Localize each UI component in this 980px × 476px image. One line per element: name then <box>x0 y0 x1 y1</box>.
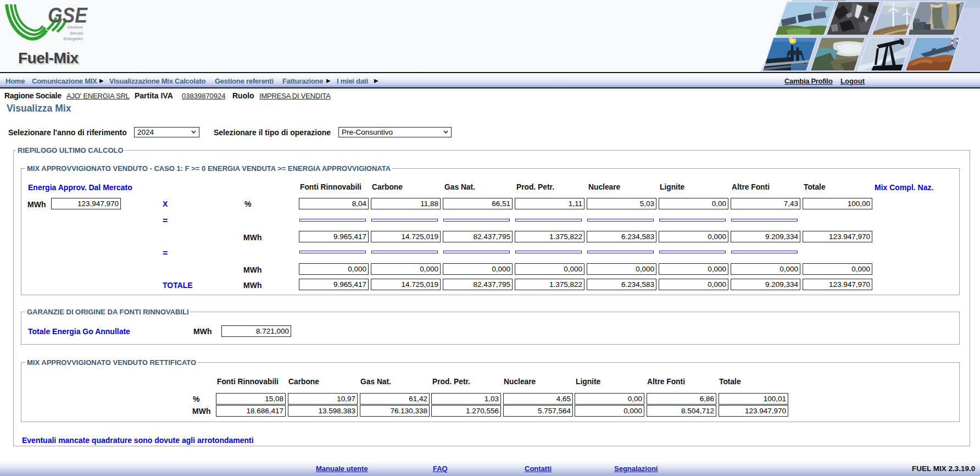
svg-text:Energetici: Energetici <box>63 36 83 41</box>
svg-text:Gestore: Gestore <box>68 25 83 30</box>
svg-text:Servizi: Servizi <box>70 31 83 36</box>
svg-text:GSE: GSE <box>48 3 88 27</box>
